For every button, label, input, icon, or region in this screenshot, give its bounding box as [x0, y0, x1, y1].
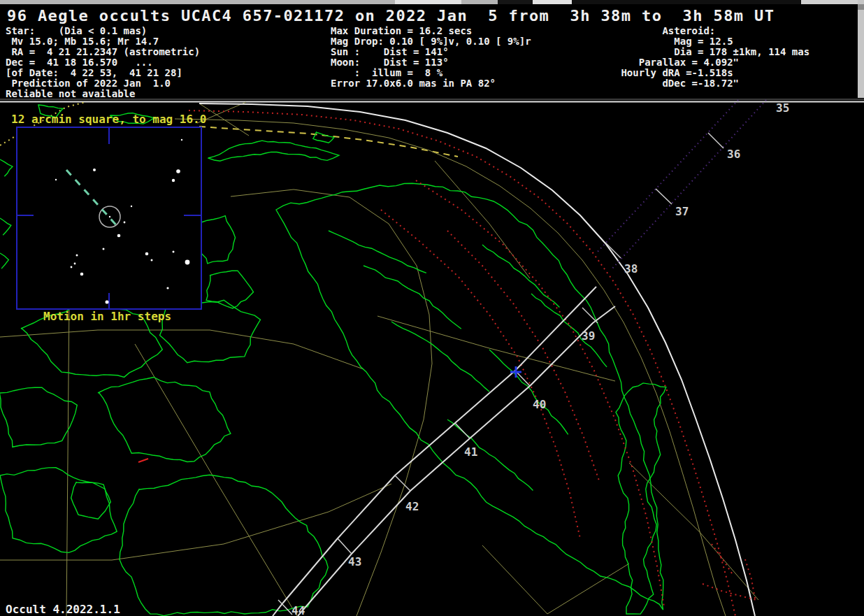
star-info-block: Star: (Dia < 0.1 mas) Mv 15.0; Mb 15.6; … — [6, 26, 200, 99]
coast-fjord-5 — [447, 420, 533, 490]
coast-fjord-2 — [363, 266, 461, 329]
coast-svalbard-islet — [313, 132, 334, 143]
info-line: RA = 4 21 21.2347 (astrometric) — [6, 47, 200, 57]
dotted-path-minute-label-35: 35 — [776, 101, 789, 115]
event-info-block: Max Duration = 16.2 secsMag Drop: 0.10 [… — [331, 26, 531, 89]
coast-island-3 — [98, 378, 231, 462]
info-line: Sun : Dist = 141° — [331, 47, 531, 57]
coast-topleft-3 — [0, 218, 11, 235]
star-dot — [185, 260, 190, 265]
info-line: Mv 15.0; Mb 15.6; Mr 14.7 — [6, 36, 200, 47]
earth-limb — [199, 103, 755, 616]
dotted-path-minute-label-36: 36 — [727, 148, 740, 161]
coast-island-2 — [0, 387, 77, 447]
occultation-map: 3536373839404142434412 arcmin square, to… — [0, 98, 864, 616]
coast-fjord-3 — [391, 322, 489, 392]
coast-greenland — [276, 183, 663, 610]
shadow-path-minute-label-44: 44 — [291, 604, 305, 616]
star-dot — [173, 251, 175, 253]
star-dot — [103, 248, 105, 250]
info-line: Mag = 12.5 — [615, 36, 809, 47]
shadow-path-minute-label-40: 40 — [533, 398, 546, 411]
shadow-path-minute-label-39: 39 — [582, 329, 595, 343]
info-line: Prediction of 2022 Jan 1.0 — [6, 78, 200, 89]
coast-ellesmere-2 — [206, 271, 253, 308]
inset-caption: Motion in 1hr steps — [43, 310, 171, 323]
coast-fjord-7 — [482, 245, 559, 308]
coast-east-greenland — [616, 383, 666, 614]
app-version-label: Occult 4.2022.1.1 — [6, 603, 120, 616]
info-line: [of Date: 4 22 53, 41 21 28] — [6, 68, 200, 78]
dotted-path-rail-2 — [612, 100, 766, 269]
info-line: Dia = 178 ±1km, 114 mas — [615, 47, 809, 57]
star-dot — [172, 179, 175, 182]
star-dot — [93, 169, 96, 171]
finder-chart-inset: 12 arcmin square, to mag 16.0Motion in 1… — [11, 113, 206, 323]
coast-island-round — [71, 482, 111, 520]
star-dot — [71, 266, 73, 268]
star-dot — [124, 222, 126, 224]
info-line: dDec =-18.72" — [615, 78, 809, 89]
star-dot — [145, 252, 149, 256]
grid-v-right — [547, 564, 629, 614]
grid-parallel-3 — [231, 189, 432, 616]
coast-fjord-4 — [489, 350, 568, 434]
scrollbar-notch[interactable] — [858, 4, 864, 10]
red-mark — [138, 459, 148, 462]
star-dot — [117, 234, 121, 238]
shadow-path-minute-tick-43 — [338, 538, 352, 554]
dotted-path-minute-label-37: 37 — [675, 205, 689, 218]
inset-frame — [17, 127, 201, 309]
star-dot — [131, 206, 132, 207]
occult-app-window: 96 Aegle occults UCAC4 657-021172 on 202… — [0, 0, 864, 616]
shadow-path-minute-tick-41 — [455, 423, 470, 438]
shadow-path-rail-1 — [273, 287, 596, 616]
grid-diagonal-2 — [435, 161, 530, 278]
info-line: Max Duration = 16.2 secs — [331, 26, 531, 36]
coast-fjord-1 — [329, 231, 426, 273]
grid-diagonal-1 — [377, 316, 615, 381]
grid-meridian-2 — [135, 344, 297, 616]
red-dotted-chain-3 — [447, 231, 600, 482]
star-dot — [109, 216, 110, 217]
red-dotted-limb — [189, 110, 735, 616]
dotted-path-minute-tick-37 — [656, 189, 672, 204]
shadow-path-rail-2 — [298, 306, 615, 616]
star-dot — [166, 287, 168, 289]
coast-island-4 — [0, 468, 117, 553]
star-dot — [176, 169, 180, 173]
info-line: Asteroid: — [615, 26, 809, 36]
dotted-path-minute-tick-36 — [708, 133, 723, 148]
info-line: Star: (Dia < 0.1 mas) — [6, 26, 200, 36]
info-line: Hourly dRA =-1.518s — [615, 68, 809, 78]
star-dot — [106, 301, 109, 304]
prediction-header: 96 Aegle occults UCAC4 657-021172 on 202… — [0, 4, 858, 98]
star-dot — [55, 179, 57, 180]
info-line: Moon: Dist = 113° — [331, 57, 531, 68]
coast-island-5 — [120, 475, 328, 616]
star-dot — [80, 273, 84, 276]
grid-v-left — [482, 545, 547, 614]
grid-meridian-1 — [66, 301, 69, 616]
info-line: Error 17.0x6.0 mas in PA 82° — [331, 78, 531, 89]
shadow-path-minute-label-42: 42 — [405, 500, 419, 513]
info-line: : illum = 8 % — [331, 68, 531, 78]
coast-fjord-6 — [531, 294, 607, 367]
info-line: Dec = 41 18 16.570 ... — [6, 57, 200, 68]
asteroid-info-block: Asteroid: Mag = 12.5 Dia = 178 ±1km, 114… — [615, 26, 809, 89]
coast-topleft-4 — [0, 253, 8, 268]
shadow-path-minute-label-43: 43 — [348, 555, 361, 568]
star-dot — [151, 259, 153, 262]
coast-topleft-2 — [0, 159, 13, 176]
star-dot — [181, 139, 182, 141]
info-line: Parallax = 4.092" — [615, 57, 809, 68]
star-dot — [76, 255, 78, 257]
dotted-path-minute-label-38: 38 — [624, 262, 638, 275]
shadow-path-minute-tick-39 — [582, 308, 598, 323]
red-dotted-chain-2 — [381, 210, 580, 538]
shadow-path-minute-label-41: 41 — [464, 445, 477, 459]
red-dotted-corner-3 — [712, 544, 732, 573]
coast-svalbard — [208, 141, 339, 161]
dotted-path-minute-tick-38 — [605, 243, 621, 258]
event-title: 96 Aegle occults UCAC4 657-021172 on 202… — [7, 7, 775, 24]
